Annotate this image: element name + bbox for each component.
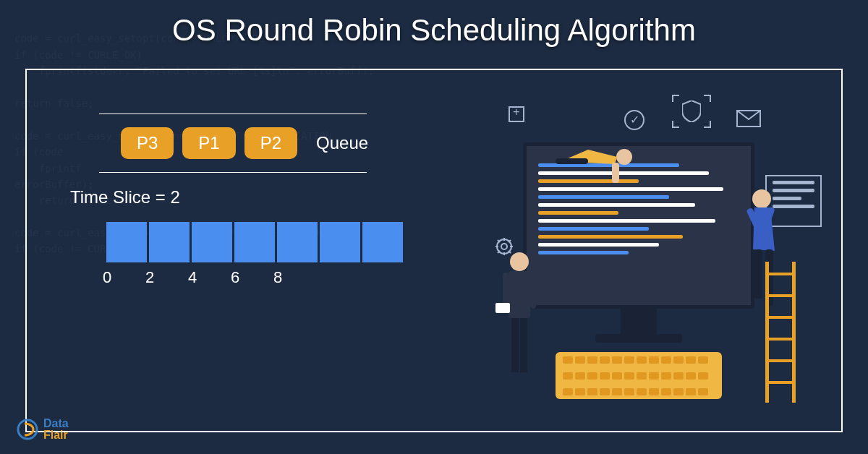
tick-label: 2 bbox=[145, 268, 188, 287]
svg-point-3 bbox=[510, 252, 529, 271]
logo-brand-part1: Data bbox=[43, 418, 69, 429]
svg-rect-8 bbox=[530, 273, 536, 309]
svg-rect-6 bbox=[520, 318, 527, 372]
brand-logo: Data Flair bbox=[16, 418, 69, 441]
svg-rect-9 bbox=[495, 303, 510, 313]
timeline-cells bbox=[106, 222, 403, 262]
tick-label: 4 bbox=[188, 268, 231, 287]
queue-item: P2 bbox=[244, 127, 297, 159]
check-icon bbox=[624, 110, 644, 130]
timeline-cell bbox=[106, 222, 147, 262]
queue-item: P1 bbox=[182, 127, 235, 159]
queue-label: Queue bbox=[316, 133, 368, 153]
svg-rect-5 bbox=[511, 318, 519, 372]
page-title: OS Round Robin Scheduling Algorithm bbox=[0, 0, 868, 55]
timeline-cell bbox=[320, 222, 360, 262]
person-standing-icon bbox=[494, 251, 545, 381]
person-flying-icon bbox=[556, 135, 642, 186]
svg-point-2 bbox=[501, 244, 507, 249]
timeline-cell bbox=[234, 222, 275, 262]
svg-point-10 bbox=[616, 149, 632, 165]
timeline-cell bbox=[362, 222, 403, 262]
separator-line bbox=[99, 172, 367, 173]
logo-text: Data Flair bbox=[43, 418, 69, 441]
shield-icon bbox=[682, 100, 701, 125]
monitor-stand bbox=[621, 309, 657, 338]
ladder-illustration bbox=[765, 262, 796, 403]
content-frame: P3 P1 P2 Queue Time Slice = 2 0 2 4 6 8 bbox=[25, 69, 843, 432]
plus-icon bbox=[509, 106, 524, 122]
timeline-cell bbox=[277, 222, 318, 262]
keyboard-illustration bbox=[556, 352, 722, 399]
tick-label: 0 bbox=[103, 268, 145, 287]
logo-brand-part2: Flair bbox=[43, 429, 69, 441]
logo-icon bbox=[16, 418, 39, 441]
svg-rect-12 bbox=[612, 163, 619, 183]
svg-rect-4 bbox=[509, 271, 530, 318]
diagram-left: P3 P1 P2 Queue Time Slice = 2 0 2 4 6 8 bbox=[70, 113, 403, 287]
illustration bbox=[436, 92, 827, 410]
time-slice-label: Time Slice = 2 bbox=[70, 187, 403, 207]
queue-item: P3 bbox=[121, 127, 174, 159]
svg-rect-11 bbox=[556, 158, 588, 164]
svg-rect-14 bbox=[754, 249, 762, 299]
timeline-ticks: 0 2 4 6 8 bbox=[103, 268, 403, 287]
timeline-cell bbox=[192, 222, 232, 262]
tick-label: 6 bbox=[231, 268, 273, 287]
svg-point-13 bbox=[752, 189, 771, 208]
separator-line bbox=[99, 113, 367, 114]
monitor-base bbox=[595, 334, 682, 343]
timeline-cell bbox=[149, 222, 190, 262]
envelope-icon bbox=[736, 110, 761, 130]
queue-row: P3 P1 P2 Queue bbox=[121, 127, 403, 159]
tick-label: 8 bbox=[273, 268, 316, 287]
